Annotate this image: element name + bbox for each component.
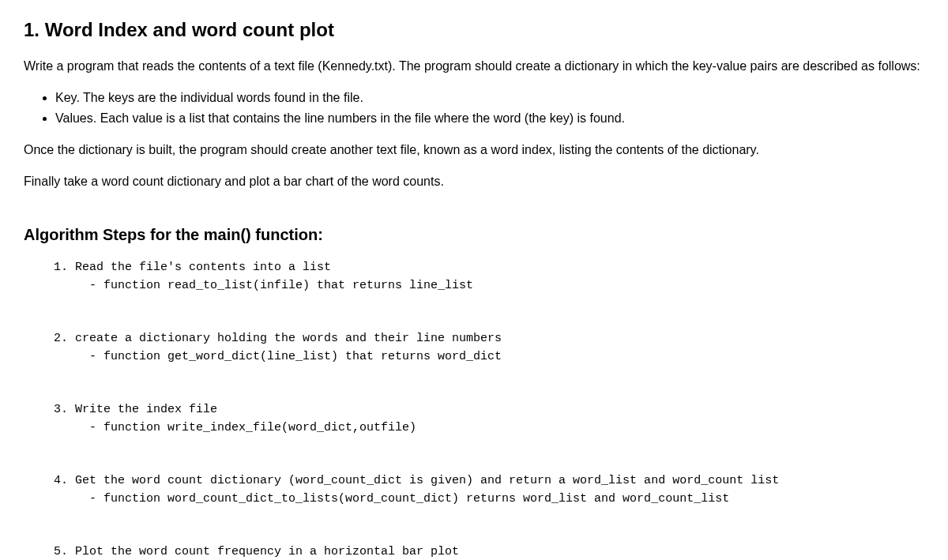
bullet-key: Key. The keys are the individual words f…: [55, 88, 924, 107]
bullet-values: Values. Each value is a list that contai…: [55, 109, 924, 128]
bullet-list: Key. The keys are the individual words f…: [24, 88, 924, 128]
intro-paragraph: Write a program that reads the contents …: [24, 57, 924, 76]
main-heading: 1. Word Index and word count plot: [24, 16, 924, 44]
paragraph-2: Once the dictionary is built, the progra…: [24, 141, 924, 160]
algorithm-steps: 1. Read the file's contents into a list …: [40, 259, 924, 560]
algorithm-heading: Algorithm Steps for the main() function:: [24, 223, 924, 246]
paragraph-3: Finally take a word count dictionary and…: [24, 172, 924, 191]
